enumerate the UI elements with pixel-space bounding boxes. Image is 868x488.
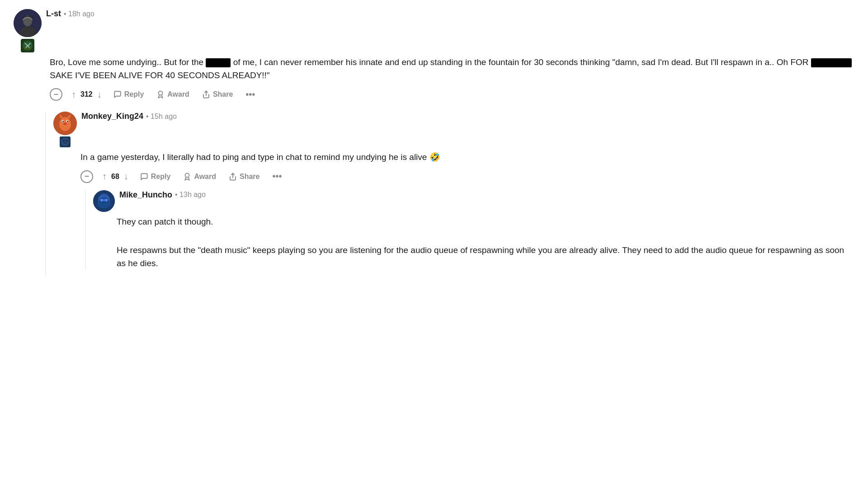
timestamp-3: • 13h ago: [175, 191, 206, 199]
username-2: Monkey_King24: [81, 112, 143, 121]
downvote-btn-2[interactable]: ↓: [122, 170, 130, 183]
svg-point-14: [62, 121, 64, 122]
reply-icon-1: [113, 90, 122, 99]
nested-comment-2: Mike_Huncho • 13h ago They can patch it …: [85, 190, 854, 270]
comment-body-1: Bro, Love me some undying.. But for the …: [14, 56, 854, 108]
comment-text-3a: They can patch it though.: [117, 216, 854, 229]
username-3: Mike_Huncho: [119, 190, 172, 200]
svg-point-19: [185, 173, 189, 177]
collapse-btn-1[interactable]: −: [50, 88, 62, 101]
vote-section-1: ↑ 312 ↓: [70, 89, 104, 101]
timestamp-1: • 18h ago: [64, 10, 94, 18]
svg-text:🛡: 🛡: [63, 139, 68, 145]
reply-btn-2[interactable]: Reply: [137, 171, 174, 183]
action-bar-1: − ↑ 312 ↓ Reply Award: [50, 88, 854, 101]
comment-text-1: Bro, Love me some undying.. But for the …: [50, 56, 854, 82]
comment-header-2: 🛡 Monkey_King24 • 15h ago: [53, 112, 854, 147]
censored-word-2: [811, 58, 852, 68]
svg-rect-26: [100, 199, 103, 202]
share-icon-2: [229, 173, 237, 181]
award-btn-2[interactable]: Award: [180, 171, 219, 183]
svg-point-16: [63, 123, 67, 125]
avatar-stack-3: [93, 190, 115, 212]
flair-badge-2: 🛡: [60, 136, 71, 147]
share-btn-2[interactable]: Share: [226, 171, 262, 183]
svg-rect-27: [105, 199, 108, 202]
share-btn-1[interactable]: Share: [199, 89, 236, 100]
comment-meta-1: L-st • 18h ago: [46, 9, 94, 19]
comment-header-1: ⚔️ L-st • 18h ago: [14, 9, 854, 52]
comment-text-2: In a game yesterday, I literally had to …: [80, 151, 854, 164]
vote-count-2: 68: [111, 173, 119, 181]
avatar-3: [93, 190, 115, 212]
award-icon-2: [183, 173, 191, 181]
nested-comment-1: 🛡 Monkey_King24 • 15h ago In a game yest…: [45, 112, 854, 276]
downvote-btn-1[interactable]: ↓: [95, 89, 104, 101]
reply-icon-2: [140, 173, 148, 181]
avatar-stack-1: ⚔️: [14, 9, 42, 52]
censored-word-1: [206, 58, 231, 68]
upvote-btn-1[interactable]: ↑: [70, 89, 78, 101]
vote-section-2: ↑ 68 ↓: [100, 170, 130, 183]
timestamp-2: • 15h ago: [146, 113, 177, 121]
svg-point-5: [159, 91, 163, 95]
username-1: L-st: [46, 9, 61, 19]
comment-body-3: They can patch it though. He respawns bu…: [93, 216, 854, 270]
avatar-1: [14, 9, 42, 37]
svg-point-15: [67, 121, 68, 122]
award-btn-1[interactable]: Award: [154, 89, 192, 100]
comment-meta-2: Monkey_King24 • 15h ago: [81, 112, 177, 121]
avatar-2: [53, 112, 77, 135]
comment-thread: ⚔️ L-st • 18h ago Bro, Love me some undy…: [14, 9, 854, 276]
share-icon-1: [202, 90, 210, 99]
flair-badge-1: ⚔️: [21, 39, 34, 52]
comment-meta-3: Mike_Huncho • 13h ago: [119, 190, 206, 200]
svg-text:⚔️: ⚔️: [24, 42, 32, 50]
more-options-btn-1[interactable]: •••: [243, 89, 258, 101]
reply-btn-1[interactable]: Reply: [111, 89, 147, 100]
more-options-btn-2[interactable]: •••: [269, 170, 284, 183]
vote-count-1: 312: [80, 90, 93, 99]
award-icon-1: [156, 90, 165, 99]
collapse-btn-2[interactable]: −: [80, 170, 93, 183]
comment-body-2: In a game yesterday, I literally had to …: [53, 151, 854, 183]
comment-text-3b: He respawns but the "death music" keeps …: [117, 244, 854, 270]
action-bar-2: − ↑ 68 ↓ Reply Award: [80, 170, 854, 183]
avatar-stack-2: 🛡: [53, 112, 77, 147]
comment-header-3: Mike_Huncho • 13h ago: [93, 190, 854, 212]
upvote-btn-2[interactable]: ↑: [100, 170, 108, 183]
